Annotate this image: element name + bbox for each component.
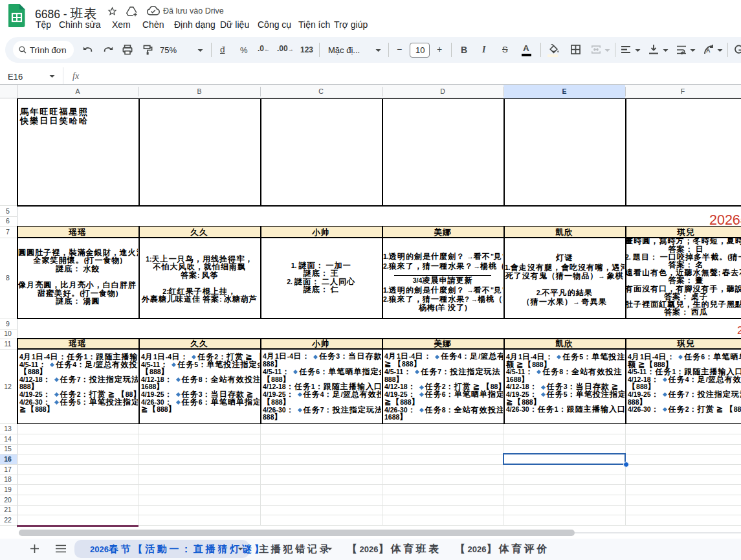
- svg-text:A: A: [706, 47, 711, 54]
